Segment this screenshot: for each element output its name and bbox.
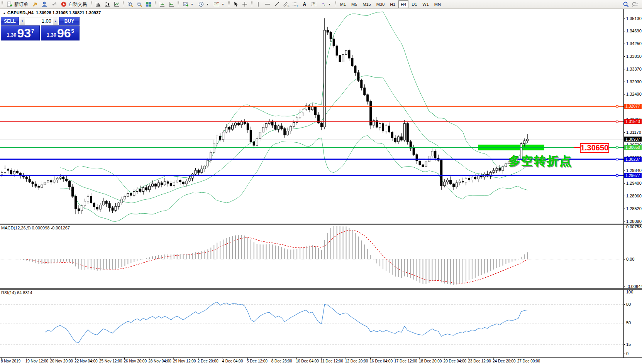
svg-text:16 Dec 04:00: 16 Dec 04:00 <box>370 359 393 363</box>
svg-text:0: 0 <box>626 351 628 356</box>
auto-scroll-icon[interactable] <box>158 0 167 8</box>
toolbar-separator <box>91 1 92 7</box>
svg-text:8 Nov 2019: 8 Nov 2019 <box>1 359 21 363</box>
crosshair-icon[interactable] <box>240 0 249 8</box>
autotrading-label: 自动交易 <box>68 1 87 8</box>
svg-text:1.34250: 1.34250 <box>626 41 642 46</box>
svg-text:1.29677: 1.29677 <box>625 173 640 178</box>
toolbar-grip <box>2 1 3 7</box>
chevron-down-icon: ▼ <box>328 3 331 6</box>
ohlc-values: 1.30928 1.31005 1.30821 1.30937 <box>36 10 101 15</box>
text-tool-icon[interactable]: A <box>300 0 309 8</box>
svg-text:1.32490: 1.32490 <box>626 92 642 96</box>
buy-price-prefix: 1.30 <box>47 32 56 38</box>
svg-text:27 Dec 00:00: 27 Dec 00:00 <box>517 359 540 363</box>
chat-icon[interactable] <box>630 0 640 8</box>
indicators-button[interactable]: ▼ <box>180 0 196 8</box>
price-level-note[interactable]: 1.30650 <box>580 143 609 153</box>
equidistant-channel-tool-icon[interactable]: E <box>281 0 291 8</box>
svg-text:80: 80 <box>626 302 631 307</box>
turning-point-note[interactable]: 多空转折点 <box>509 153 573 169</box>
timeframe-H4[interactable]: H4 <box>398 0 408 8</box>
volume-decrease-button[interactable]: ▼ <box>20 17 25 25</box>
buy-price-big: 96 <box>57 27 71 39</box>
collapse-arrow-icon[interactable]: ▲ <box>3 12 6 15</box>
macd-main-value: 0.000998 <box>32 226 49 230</box>
main-toolbar: 新订单 自动交易 ▼ ▼ <box>0 0 642 9</box>
timeframe-group: M1M5M15M30H1H4D1W1MN <box>337 0 444 8</box>
line-chart-icon[interactable] <box>112 0 121 8</box>
timeframe-M30[interactable]: M30 <box>374 0 387 8</box>
svg-text:T: T <box>313 2 315 6</box>
chevron-down-icon: ▼ <box>222 3 224 6</box>
svg-text:100: 100 <box>626 290 633 294</box>
svg-text:8 Dec 23:00: 8 Dec 23:00 <box>271 359 292 363</box>
rsi-name: RSI(14) <box>1 290 16 295</box>
timeframe-H1[interactable]: H1 <box>388 0 398 8</box>
sell-price-display[interactable]: 1.30937 <box>1 25 40 40</box>
timeframe-D1[interactable]: D1 <box>409 0 419 8</box>
zoom-in-icon[interactable] <box>125 0 135 8</box>
svg-text:1.30650: 1.30650 <box>625 145 640 150</box>
profile-icon[interactable] <box>40 0 49 8</box>
time-axis[interactable]: 8 Nov 201919 Nov 12:0020 Nov 20:0022 Nov… <box>1 357 540 363</box>
tile-windows-icon[interactable] <box>144 0 153 8</box>
text-label-tool-icon[interactable]: T <box>309 0 318 8</box>
signal-icon[interactable] <box>49 0 58 8</box>
candlestick-chart-icon[interactable] <box>103 0 112 8</box>
toolbar-separator <box>123 1 124 7</box>
add-indicator-icon <box>183 1 189 7</box>
svg-text:E: E <box>288 5 290 7</box>
svg-text:15: 15 <box>626 342 631 347</box>
trendline-tool-icon[interactable] <box>272 0 281 8</box>
timeframe-M1[interactable]: M1 <box>338 0 348 8</box>
timeframe-M15[interactable]: M15 <box>360 0 373 8</box>
svg-text:11 Dec 12:00: 11 Dec 12:00 <box>320 359 343 363</box>
svg-text:1.29400: 1.29400 <box>626 181 642 185</box>
svg-text:1.30937: 1.30937 <box>625 137 640 142</box>
search-icon[interactable] <box>621 0 630 8</box>
chart-shift-icon[interactable] <box>167 0 176 8</box>
zoom-out-icon[interactable] <box>135 0 144 8</box>
macd-signal-value: -0.001267 <box>51 226 70 230</box>
svg-text:1.35130: 1.35130 <box>626 16 642 21</box>
buy-price-pip: 5 <box>71 28 74 34</box>
chart-canvas[interactable]: 1.351301.346901.342501.338101.333701.329… <box>0 0 642 364</box>
svg-text:23 Dec 12:00: 23 Dec 12:00 <box>468 359 491 363</box>
timeframe-MN[interactable]: MN <box>432 0 443 8</box>
autotrading-button[interactable]: 自动交易 <box>58 0 89 8</box>
chart-plot-area[interactable] <box>0 9 642 357</box>
rsi-indicator-label: RSI(14) 64.8314 <box>1 290 32 295</box>
svg-text:19 Nov 12:00: 19 Nov 12:00 <box>25 359 49 363</box>
svg-text:28 Nov 04:00: 28 Nov 04:00 <box>148 359 171 363</box>
toolbar-separator <box>155 1 156 7</box>
volume-increase-button[interactable]: ▲ <box>53 17 58 25</box>
new-order-label: 新订单 <box>14 1 28 8</box>
svg-text:25 Nov 12:00: 25 Nov 12:00 <box>99 359 122 363</box>
fibonacci-tool-icon[interactable]: F <box>291 0 300 8</box>
svg-text:1.28080: 1.28080 <box>626 219 642 224</box>
templates-button[interactable]: ▼ <box>211 0 227 8</box>
sell-button[interactable]: SELL <box>1 17 19 25</box>
svg-text:1.32930: 1.32930 <box>626 79 642 84</box>
svg-text:1.34690: 1.34690 <box>626 29 642 33</box>
new-order-button[interactable]: 新订单 <box>4 0 30 8</box>
volume-input[interactable] <box>25 17 53 25</box>
metaquotes-icon[interactable] <box>30 0 40 8</box>
periods-button[interactable]: ▼ <box>196 0 211 8</box>
timeframe-W1[interactable]: W1 <box>420 0 431 8</box>
svg-text:20 Dec 04:00: 20 Dec 04:00 <box>444 359 467 363</box>
mt4-window: { "toolbar": { "new_order_label": "新订单",… <box>0 0 642 364</box>
buy-button[interactable]: BUY <box>59 17 80 25</box>
buy-price-display[interactable]: 1.30965 <box>41 25 80 40</box>
svg-text:22 Nov 04:00: 22 Nov 04:00 <box>75 359 98 363</box>
cursor-icon[interactable] <box>231 0 240 8</box>
sell-price-prefix: 1.30 <box>7 32 16 38</box>
svg-text:1.28520: 1.28520 <box>626 206 642 211</box>
timeframe-M5[interactable]: M5 <box>349 0 359 8</box>
chevron-down-icon: ▼ <box>191 3 193 6</box>
vertical-line-tool-icon[interactable] <box>254 0 263 8</box>
bar-chart-icon[interactable] <box>93 0 103 8</box>
horizontal-line-tool-icon[interactable] <box>263 0 272 8</box>
arrows-tool-button[interactable]: ▼ <box>318 0 333 8</box>
